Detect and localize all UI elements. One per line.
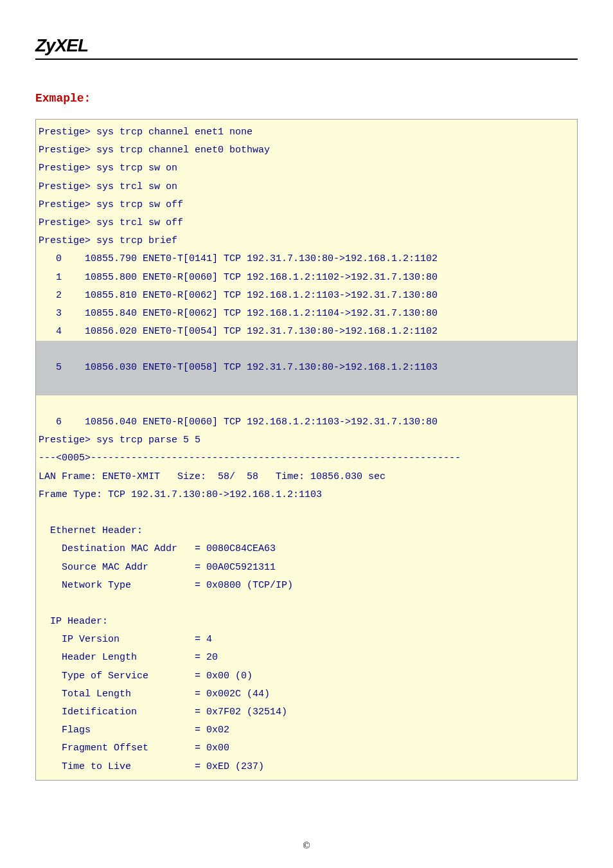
code-line: 6 10856.040 ENET0-R[0060] TCP 192.168.1.… — [36, 413, 577, 431]
code-line: Total Length = 0x002C (44) — [36, 685, 577, 703]
code-line — [36, 341, 577, 359]
brand-logo: ZyXEL — [35, 35, 578, 56]
code-line: Prestige> sys trcp channel enet0 bothway — [36, 141, 577, 159]
code-line: Fragment Offset = 0x00 — [36, 739, 577, 757]
header-rule — [35, 59, 578, 60]
code-line: Flags = 0x02 — [36, 721, 577, 739]
code-line: 1 10855.800 ENET0-R[0060] TCP 192.168.1.… — [36, 269, 577, 287]
code-line — [36, 595, 577, 613]
code-line: IP Version = 4 — [36, 631, 577, 649]
code-line: Prestige> sys trcp channel enet1 none — [36, 123, 577, 141]
code-line: 2 10855.810 ENET0-R[0062] TCP 192.168.1.… — [36, 287, 577, 305]
code-line: 4 10856.020 ENET0-T[0054] TCP 192.31.7.1… — [36, 323, 577, 341]
code-line: 0 10855.790 ENET0-T[0141] TCP 192.31.7.1… — [36, 250, 577, 268]
code-line: Ethernet Header: — [36, 522, 577, 540]
code-line: Prestige> sys trcp sw off — [36, 196, 577, 214]
code-line: Header Length = 20 — [36, 649, 577, 667]
page-footer: © — [0, 840, 613, 851]
code-line: 3 10855.840 ENET0-R[0062] TCP 192.168.1.… — [36, 305, 577, 323]
code-line: Prestige> sys trcp parse 5 5 — [36, 431, 577, 449]
code-line: Prestige> sys trcp sw on — [36, 159, 577, 177]
code-block: Prestige> sys trcp channel enet1 nonePre… — [35, 119, 578, 781]
code-line — [36, 395, 577, 413]
page: ZyXEL Exmaple: Prestige> sys trcp channe… — [0, 0, 613, 868]
code-line: Time to Live = 0xED (237) — [36, 758, 577, 776]
code-line: LAN Frame: ENET0-XMIT Size: 58/ 58 Time:… — [36, 468, 577, 486]
section-heading: Exmaple: — [35, 92, 578, 105]
code-line — [36, 504, 577, 522]
code-line: Idetification = 0x7F02 (32514) — [36, 703, 577, 721]
code-line — [36, 377, 577, 395]
code-line: IP Header: — [36, 613, 577, 631]
code-line: Prestige> sys trcl sw off — [36, 214, 577, 232]
code-line: Prestige> sys trcl sw on — [36, 178, 577, 196]
code-line: Destination MAC Addr = 0080C84CEA63 — [36, 540, 577, 558]
code-line: 5 10856.030 ENET0-T[0058] TCP 192.31.7.1… — [36, 359, 577, 377]
code-line: Network Type = 0x0800 (TCP/IP) — [36, 577, 577, 595]
code-line: Type of Service = 0x00 (0) — [36, 667, 577, 685]
code-line: Prestige> sys trcp brief — [36, 232, 577, 250]
code-line: Frame Type: TCP 192.31.7.130:80->192.168… — [36, 486, 577, 504]
code-line: Source MAC Addr = 00A0C5921311 — [36, 559, 577, 577]
code-line: ---<0005>-------------------------------… — [36, 449, 577, 467]
